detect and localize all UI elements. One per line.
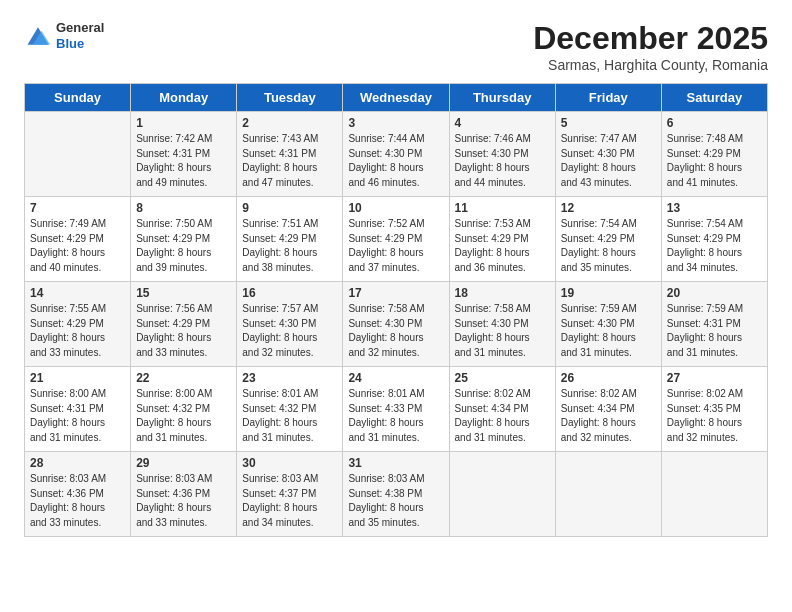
calendar-cell: 3Sunrise: 7:44 AM Sunset: 4:30 PM Daylig… xyxy=(343,112,449,197)
day-info: Sunrise: 8:00 AM Sunset: 4:31 PM Dayligh… xyxy=(30,387,125,445)
location: Sarmas, Harghita County, Romania xyxy=(533,57,768,73)
day-info: Sunrise: 8:03 AM Sunset: 4:37 PM Dayligh… xyxy=(242,472,337,530)
day-number: 20 xyxy=(667,286,762,300)
day-info: Sunrise: 8:01 AM Sunset: 4:32 PM Dayligh… xyxy=(242,387,337,445)
calendar-cell: 19Sunrise: 7:59 AM Sunset: 4:30 PM Dayli… xyxy=(555,282,661,367)
day-info: Sunrise: 8:03 AM Sunset: 4:36 PM Dayligh… xyxy=(136,472,231,530)
day-info: Sunrise: 7:58 AM Sunset: 4:30 PM Dayligh… xyxy=(348,302,443,360)
day-info: Sunrise: 7:53 AM Sunset: 4:29 PM Dayligh… xyxy=(455,217,550,275)
calendar-week-row: 21Sunrise: 8:00 AM Sunset: 4:31 PM Dayli… xyxy=(25,367,768,452)
month-title: December 2025 xyxy=(533,20,768,57)
day-number: 5 xyxy=(561,116,656,130)
day-info: Sunrise: 7:52 AM Sunset: 4:29 PM Dayligh… xyxy=(348,217,443,275)
calendar-cell: 18Sunrise: 7:58 AM Sunset: 4:30 PM Dayli… xyxy=(449,282,555,367)
day-info: Sunrise: 8:02 AM Sunset: 4:34 PM Dayligh… xyxy=(455,387,550,445)
day-number: 21 xyxy=(30,371,125,385)
calendar-week-row: 14Sunrise: 7:55 AM Sunset: 4:29 PM Dayli… xyxy=(25,282,768,367)
day-number: 11 xyxy=(455,201,550,215)
calendar-cell: 6Sunrise: 7:48 AM Sunset: 4:29 PM Daylig… xyxy=(661,112,767,197)
day-info: Sunrise: 7:44 AM Sunset: 4:30 PM Dayligh… xyxy=(348,132,443,190)
calendar-cell: 21Sunrise: 8:00 AM Sunset: 4:31 PM Dayli… xyxy=(25,367,131,452)
calendar-cell: 9Sunrise: 7:51 AM Sunset: 4:29 PM Daylig… xyxy=(237,197,343,282)
calendar-cell: 24Sunrise: 8:01 AM Sunset: 4:33 PM Dayli… xyxy=(343,367,449,452)
day-number: 28 xyxy=(30,456,125,470)
day-info: Sunrise: 7:58 AM Sunset: 4:30 PM Dayligh… xyxy=(455,302,550,360)
calendar-cell xyxy=(25,112,131,197)
calendar-cell: 14Sunrise: 7:55 AM Sunset: 4:29 PM Dayli… xyxy=(25,282,131,367)
day-number: 7 xyxy=(30,201,125,215)
day-of-week-header: Monday xyxy=(131,84,237,112)
day-number: 3 xyxy=(348,116,443,130)
calendar-cell xyxy=(449,452,555,537)
day-of-week-header: Thursday xyxy=(449,84,555,112)
day-number: 14 xyxy=(30,286,125,300)
calendar-header: SundayMondayTuesdayWednesdayThursdayFrid… xyxy=(25,84,768,112)
header-row: SundayMondayTuesdayWednesdayThursdayFrid… xyxy=(25,84,768,112)
day-info: Sunrise: 7:54 AM Sunset: 4:29 PM Dayligh… xyxy=(667,217,762,275)
calendar-week-row: 28Sunrise: 8:03 AM Sunset: 4:36 PM Dayli… xyxy=(25,452,768,537)
day-number: 2 xyxy=(242,116,337,130)
day-number: 13 xyxy=(667,201,762,215)
day-info: Sunrise: 7:55 AM Sunset: 4:29 PM Dayligh… xyxy=(30,302,125,360)
day-info: Sunrise: 7:57 AM Sunset: 4:30 PM Dayligh… xyxy=(242,302,337,360)
calendar-cell: 11Sunrise: 7:53 AM Sunset: 4:29 PM Dayli… xyxy=(449,197,555,282)
calendar-table: SundayMondayTuesdayWednesdayThursdayFrid… xyxy=(24,83,768,537)
day-info: Sunrise: 7:48 AM Sunset: 4:29 PM Dayligh… xyxy=(667,132,762,190)
calendar-cell: 17Sunrise: 7:58 AM Sunset: 4:30 PM Dayli… xyxy=(343,282,449,367)
day-number: 26 xyxy=(561,371,656,385)
day-info: Sunrise: 8:00 AM Sunset: 4:32 PM Dayligh… xyxy=(136,387,231,445)
calendar-body: 1Sunrise: 7:42 AM Sunset: 4:31 PM Daylig… xyxy=(25,112,768,537)
day-number: 23 xyxy=(242,371,337,385)
calendar-cell: 2Sunrise: 7:43 AM Sunset: 4:31 PM Daylig… xyxy=(237,112,343,197)
calendar-cell: 16Sunrise: 7:57 AM Sunset: 4:30 PM Dayli… xyxy=(237,282,343,367)
day-info: Sunrise: 8:02 AM Sunset: 4:34 PM Dayligh… xyxy=(561,387,656,445)
calendar-cell: 28Sunrise: 8:03 AM Sunset: 4:36 PM Dayli… xyxy=(25,452,131,537)
calendar-cell: 26Sunrise: 8:02 AM Sunset: 4:34 PM Dayli… xyxy=(555,367,661,452)
day-number: 10 xyxy=(348,201,443,215)
day-number: 16 xyxy=(242,286,337,300)
day-info: Sunrise: 7:50 AM Sunset: 4:29 PM Dayligh… xyxy=(136,217,231,275)
day-number: 17 xyxy=(348,286,443,300)
calendar-cell: 5Sunrise: 7:47 AM Sunset: 4:30 PM Daylig… xyxy=(555,112,661,197)
day-info: Sunrise: 7:59 AM Sunset: 4:30 PM Dayligh… xyxy=(561,302,656,360)
page-header: General Blue December 2025 Sarmas, Hargh… xyxy=(24,20,768,73)
day-number: 25 xyxy=(455,371,550,385)
calendar-cell: 30Sunrise: 8:03 AM Sunset: 4:37 PM Dayli… xyxy=(237,452,343,537)
day-info: Sunrise: 7:42 AM Sunset: 4:31 PM Dayligh… xyxy=(136,132,231,190)
day-info: Sunrise: 7:54 AM Sunset: 4:29 PM Dayligh… xyxy=(561,217,656,275)
logo-icon xyxy=(24,22,52,50)
day-of-week-header: Wednesday xyxy=(343,84,449,112)
logo-text: General Blue xyxy=(56,20,104,51)
calendar-cell: 15Sunrise: 7:56 AM Sunset: 4:29 PM Dayli… xyxy=(131,282,237,367)
day-info: Sunrise: 7:51 AM Sunset: 4:29 PM Dayligh… xyxy=(242,217,337,275)
logo-blue: Blue xyxy=(56,36,104,52)
day-number: 4 xyxy=(455,116,550,130)
logo-general: General xyxy=(56,20,104,36)
day-info: Sunrise: 7:49 AM Sunset: 4:29 PM Dayligh… xyxy=(30,217,125,275)
day-of-week-header: Sunday xyxy=(25,84,131,112)
day-of-week-header: Saturday xyxy=(661,84,767,112)
day-info: Sunrise: 8:03 AM Sunset: 4:38 PM Dayligh… xyxy=(348,472,443,530)
day-number: 27 xyxy=(667,371,762,385)
calendar-cell: 27Sunrise: 8:02 AM Sunset: 4:35 PM Dayli… xyxy=(661,367,767,452)
day-number: 19 xyxy=(561,286,656,300)
day-number: 18 xyxy=(455,286,550,300)
calendar-cell: 22Sunrise: 8:00 AM Sunset: 4:32 PM Dayli… xyxy=(131,367,237,452)
calendar-cell: 13Sunrise: 7:54 AM Sunset: 4:29 PM Dayli… xyxy=(661,197,767,282)
day-of-week-header: Tuesday xyxy=(237,84,343,112)
calendar-cell xyxy=(661,452,767,537)
day-number: 24 xyxy=(348,371,443,385)
calendar-cell: 10Sunrise: 7:52 AM Sunset: 4:29 PM Dayli… xyxy=(343,197,449,282)
day-number: 15 xyxy=(136,286,231,300)
calendar-cell: 8Sunrise: 7:50 AM Sunset: 4:29 PM Daylig… xyxy=(131,197,237,282)
calendar-cell: 25Sunrise: 8:02 AM Sunset: 4:34 PM Dayli… xyxy=(449,367,555,452)
day-number: 12 xyxy=(561,201,656,215)
calendar-week-row: 7Sunrise: 7:49 AM Sunset: 4:29 PM Daylig… xyxy=(25,197,768,282)
day-info: Sunrise: 7:59 AM Sunset: 4:31 PM Dayligh… xyxy=(667,302,762,360)
calendar-cell: 12Sunrise: 7:54 AM Sunset: 4:29 PM Dayli… xyxy=(555,197,661,282)
day-of-week-header: Friday xyxy=(555,84,661,112)
calendar-cell: 29Sunrise: 8:03 AM Sunset: 4:36 PM Dayli… xyxy=(131,452,237,537)
calendar-cell: 23Sunrise: 8:01 AM Sunset: 4:32 PM Dayli… xyxy=(237,367,343,452)
calendar-cell: 4Sunrise: 7:46 AM Sunset: 4:30 PM Daylig… xyxy=(449,112,555,197)
logo: General Blue xyxy=(24,20,104,51)
